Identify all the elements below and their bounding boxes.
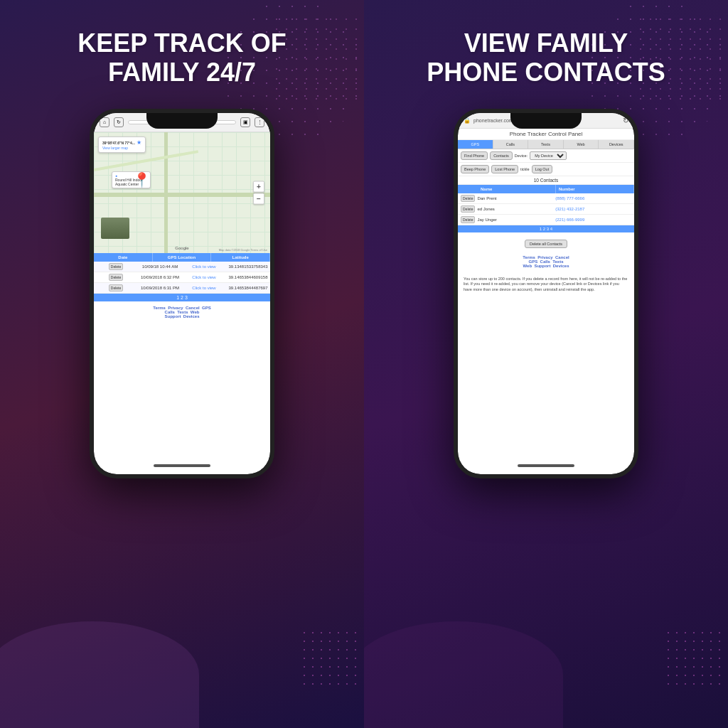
col-number: Number xyxy=(556,185,634,193)
footer-devices-link[interactable]: Devices xyxy=(183,314,200,318)
contacts-buttons-row2: Beep Phone Lost Phone tickle Log Out xyxy=(458,163,634,176)
map-star-icon: ★ xyxy=(136,139,141,146)
right-phone-footer: Terms Privacy Cancel GPS Calls Texts Web… xyxy=(458,251,634,272)
table-row: Delete 10/09/18 10:44 AM Click to view 3… xyxy=(94,262,270,272)
zoom-out-button[interactable]: − xyxy=(253,193,264,204)
tab-web[interactable]: Web xyxy=(564,140,599,149)
map-attribution: Map data ©2018 Google Terms of Use xyxy=(219,248,267,252)
tab-gps[interactable]: GPS xyxy=(458,140,493,149)
browser-refresh-icon: ↻ xyxy=(114,117,124,127)
footer-support-link[interactable]: Support xyxy=(164,314,181,318)
table-row: Delete ed Jones (321) 432-2187 xyxy=(458,204,634,215)
delete-all-section: Delete all Contacts xyxy=(458,232,634,251)
map-data-table: Date GPS Location Latitude Delete 10/09/… xyxy=(94,253,270,301)
contacts-footer-support[interactable]: Support xyxy=(534,264,550,268)
browser-home-icon: ⌂ xyxy=(100,117,109,127)
col-name: Name xyxy=(458,185,556,193)
contact2-name: ed Jones xyxy=(477,207,553,211)
map-road-h xyxy=(94,193,270,197)
view-larger-map-link[interactable]: View larger map xyxy=(102,146,141,150)
delete-contact1-button[interactable]: Delete xyxy=(461,195,475,202)
footer-terms-link[interactable]: Terms xyxy=(153,306,166,310)
phone-bottom-bar-right xyxy=(518,464,574,467)
delete-cell: Delete xyxy=(94,283,138,293)
map-table-header: Date GPS Location Latitude xyxy=(94,253,270,262)
contacts-table-header: Name Number xyxy=(458,185,634,193)
contact2-number: (321) 432-2187 xyxy=(555,207,631,211)
right-panel-title: VIEW FAMILY PHONE CONTACTS xyxy=(427,28,665,87)
lock-icon: 🔒 xyxy=(464,117,471,124)
device-select[interactable]: My Device xyxy=(530,151,567,160)
table-row: Delete Dan Prent (888) 777-6666 xyxy=(458,193,634,204)
contacts-footer-devices[interactable]: Devices xyxy=(553,264,569,268)
map-area: 39°08'47.6"N 77°4... ★ View larger map ●… xyxy=(94,132,270,253)
wave-decoration-right xyxy=(364,621,563,728)
left-phone-footer: Terms Privacy Cancel GPS Calls Texts Web… xyxy=(94,301,270,323)
map-thumbnail xyxy=(101,218,129,239)
contacts-table: Name Number Delete Dan Prent (888) 777-6… xyxy=(458,185,634,232)
col-date: Date xyxy=(94,253,153,262)
map-road-v xyxy=(164,132,168,253)
contacts-buttons-row1: Find Phone Contacts Device: My Device xyxy=(458,149,634,163)
delete-all-contacts-button[interactable]: Delete all Contacts xyxy=(525,240,567,248)
dots-decoration-bottom-right xyxy=(664,628,721,685)
device-label: Device: xyxy=(515,154,528,158)
contacts-refresh-icon[interactable]: ↻ xyxy=(623,117,628,124)
col-gps: GPS Location xyxy=(153,253,212,262)
contacts-count: 10 Contacts xyxy=(458,176,634,185)
table-row: Delete 10/09/2018 6:31 PM Click to view … xyxy=(94,283,270,294)
right-phone-mockup: 🔒 phonetracker.com ↻ Phone Tracker Contr… xyxy=(454,109,638,478)
date-cell: 10/09/2018 6:32 PM xyxy=(138,274,182,281)
delete-row2-button[interactable]: Delete xyxy=(109,274,123,281)
contacts-description: You can store up to 200 contacts. If you… xyxy=(458,272,634,297)
map-zoom-controls: + − xyxy=(253,181,264,204)
right-panel: VIEW FAMILY PHONE CONTACTS 🔒 phonetracke… xyxy=(364,0,728,728)
contact3-number: (221) 666-9999 xyxy=(555,218,631,222)
table-row: Delete 10/09/2018 6:32 PM Click to view … xyxy=(94,272,270,283)
google-logo: Google xyxy=(175,246,188,250)
wave-decoration xyxy=(0,621,199,728)
delete-cell: Delete xyxy=(94,262,138,272)
contacts-pagination: 1 2 3 4 xyxy=(458,225,634,232)
tickle-label: tickle xyxy=(520,167,530,171)
app-title: Phone Tracker Control Panel xyxy=(458,129,634,140)
right-phone-screen: 🔒 phonetracker.com ↻ Phone Tracker Contr… xyxy=(458,113,634,474)
contacts-tabs: GPS Calls Texts Web Devices xyxy=(458,140,634,149)
col-lat: Latitude xyxy=(211,253,270,262)
phone-notch-left xyxy=(146,113,218,129)
table-row: Delete Jay Unger (221) 666-9999 xyxy=(458,215,634,225)
date-cell: 10/09/18 10:44 AM xyxy=(138,263,182,270)
browser-menu-icon: ⋮ xyxy=(255,117,264,127)
tab-texts[interactable]: Texts xyxy=(528,140,564,149)
logout-button[interactable]: Log Out xyxy=(532,165,553,173)
location-cell[interactable]: Click to view xyxy=(182,274,226,281)
contact1-number: (888) 777-6666 xyxy=(555,196,631,200)
phone-bottom-bar-left xyxy=(154,464,210,467)
location-cell[interactable]: Click to view xyxy=(182,284,226,291)
dots-decoration-bottom xyxy=(300,628,357,685)
beep-phone-button[interactable]: Beep Phone xyxy=(461,165,489,173)
contacts-button[interactable]: Contacts xyxy=(490,151,513,160)
find-phone-button[interactable]: Find Phone xyxy=(461,151,488,160)
location-cell[interactable]: Click to view xyxy=(182,263,226,270)
lat-cell: 39.14653844487697 xyxy=(226,284,270,291)
contact1-name: Dan Prent xyxy=(477,196,553,200)
tab-calls[interactable]: Calls xyxy=(493,140,529,149)
delete-row3-button[interactable]: Delete xyxy=(109,284,123,291)
map-pin-icon: 📍 xyxy=(133,171,151,188)
left-panel: KEEP TRACK OF FAMILY 24/7 ⌂ ↻ ▣ ⋮ 39°08'… xyxy=(0,0,364,728)
footer-gps-link[interactable]: GPS xyxy=(202,306,211,310)
delete-row1-button[interactable]: Delete xyxy=(109,263,123,270)
browser-tabs-icon: ▣ xyxy=(240,117,250,127)
contacts-footer-web[interactable]: Web xyxy=(523,264,532,268)
left-panel-title: KEEP TRACK OF FAMILY 24/7 xyxy=(77,28,286,87)
contact3-name: Jay Unger xyxy=(477,218,553,222)
delete-cell: Delete xyxy=(94,272,138,282)
left-phone-screen: ⌂ ↻ ▣ ⋮ 39°08'47.6"N 77°4... ★ View larg… xyxy=(94,113,270,474)
delete-contact2-button[interactable]: Delete xyxy=(461,205,475,213)
zoom-in-button[interactable]: + xyxy=(253,181,264,192)
date-cell: 10/09/2018 6:31 PM xyxy=(138,284,182,291)
delete-contact3-button[interactable]: Delete xyxy=(461,216,475,223)
lost-phone-button[interactable]: Lost Phone xyxy=(491,165,518,173)
tab-devices[interactable]: Devices xyxy=(599,140,634,149)
